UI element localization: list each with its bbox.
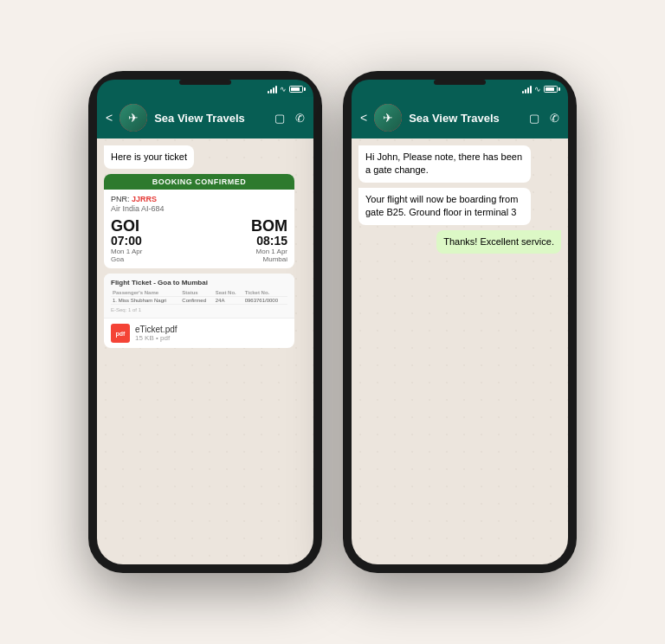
- phone-2: ∿ < Sea View Travels ▢ ✆ Hi John, Please…: [343, 71, 577, 573]
- status-icons: ∿: [268, 85, 303, 93]
- ticket-details: PNR: JJRRS Air India AI-684 GOI 07:00 Mo…: [104, 190, 294, 268]
- dest-col: BOM 08:15 Mon 1 Apr Mumbai: [251, 218, 287, 263]
- phone-notch: [179, 80, 231, 85]
- avatar-1: [119, 104, 147, 132]
- passenger-seat: 24A: [214, 297, 243, 305]
- video-icon-2[interactable]: ▢: [529, 112, 539, 125]
- screen-2: < Sea View Travels ▢ ✆ Hi John, Please n…: [352, 97, 568, 564]
- chat-header-2: < Sea View Travels ▢ ✆: [352, 97, 568, 138]
- contact-name-1: Sea View Travels: [154, 112, 268, 125]
- avatar-image-2: [374, 104, 402, 132]
- gate-message-2-text: Your flight will now be boarding from ga…: [365, 194, 518, 217]
- pdf-row[interactable]: pdf eTicket.pdf 15 KB • pdf: [104, 319, 294, 348]
- e-seq: E-Seq: 1 of 1: [111, 307, 287, 312]
- contact-name-2: Sea View Travels: [409, 112, 522, 125]
- avatar-image-1: [119, 104, 147, 132]
- ticket-intro-text: Here is your ticket: [111, 151, 187, 162]
- pdf-name: eTicket.pdf: [135, 325, 178, 334]
- airline-line: Air India AI-684: [111, 204, 287, 213]
- pdf-info: eTicket.pdf 15 KB • pdf: [135, 325, 178, 342]
- gate-message-2: Your flight will now be boarding from ga…: [358, 188, 531, 225]
- chat-body-1: Here is your ticket BOOKING CONFIRMED PN…: [97, 138, 313, 564]
- chat-body-2: Hi John, Please note, there has been a g…: [352, 138, 568, 564]
- battery-icon-2: [544, 86, 558, 93]
- back-button-1[interactable]: <: [106, 111, 113, 125]
- dest-date: Mon 1 Apr: [251, 248, 287, 255]
- pdf-size: 15 KB • pdf: [135, 334, 178, 342]
- wifi-icon-2: ∿: [534, 85, 541, 93]
- pnr-label: PNR:: [111, 195, 132, 203]
- passenger-status: Confirmed: [180, 297, 213, 305]
- table-row: 1. Miss Shubham Nagri Confirmed 24A 0963…: [111, 297, 287, 305]
- origin-city: Goa: [111, 255, 142, 263]
- passenger-ticket: 0963761/0000: [243, 297, 287, 305]
- ticket-card: BOOKING CONFIRMED PNR: JJRRS Air India A…: [104, 174, 294, 268]
- passenger-name: 1. Miss Shubham Nagri: [111, 297, 180, 305]
- dest-city: Mumbai: [251, 255, 287, 263]
- gate-message-1: Hi John, Please note, there has been a g…: [358, 145, 531, 183]
- thanks-message: Thanks! Excellent service.: [436, 230, 561, 254]
- col-ticket: Ticket No.: [243, 289, 287, 297]
- ticket-preview: Flight Ticket - Goa to Mumbai Passenger'…: [104, 274, 294, 319]
- avatar-2: [374, 104, 402, 132]
- phone-1: ∿ < Sea View Travels ▢ ✆ Here is your ti…: [88, 71, 322, 573]
- origin-date: Mon 1 Apr: [111, 248, 142, 255]
- gate-message-1-text: Hi John, Please note, there has been a g…: [365, 151, 522, 175]
- booking-confirmed-badge: BOOKING CONFIRMED: [104, 174, 294, 190]
- message-ticket-intro: Here is your ticket: [104, 145, 194, 169]
- battery-icon: [289, 86, 303, 93]
- signal-icon: [268, 86, 277, 93]
- origin-time: 07:00: [111, 234, 142, 248]
- header-actions-2: ▢ ✆: [529, 112, 559, 125]
- back-button-2[interactable]: <: [360, 111, 367, 125]
- video-icon-1[interactable]: ▢: [274, 112, 285, 125]
- pnr-code: JJRRS: [132, 195, 157, 203]
- call-icon-2[interactable]: ✆: [550, 112, 559, 125]
- thanks-text: Thanks! Excellent service.: [443, 236, 554, 247]
- flight-route: GOI 07:00 Mon 1 Apr Goa BOM 08:15 Mon 1 …: [111, 218, 287, 263]
- ticket-preview-table: Passenger's Name Status Seat No. Ticket …: [111, 289, 287, 305]
- dest-code: BOM: [251, 218, 287, 234]
- wifi-icon: ∿: [280, 85, 287, 93]
- chat-header-1: < Sea View Travels ▢ ✆: [97, 97, 313, 138]
- dest-time: 08:15: [251, 234, 287, 248]
- col-seat: Seat No.: [214, 289, 243, 297]
- status-icons-2: ∿: [522, 85, 558, 93]
- origin-code: GOI: [111, 218, 142, 234]
- ticket-preview-title: Flight Ticket - Goa to Mumbai: [111, 279, 287, 287]
- origin-col: GOI 07:00 Mon 1 Apr Goa: [111, 218, 142, 263]
- pdf-icon: pdf: [111, 324, 130, 343]
- col-passenger: Passenger's Name: [111, 289, 180, 297]
- phone-notch-2: [434, 80, 486, 85]
- pnr-line: PNR: JJRRS: [111, 195, 287, 203]
- call-icon-1[interactable]: ✆: [295, 112, 305, 125]
- attachment-card[interactable]: Flight Ticket - Goa to Mumbai Passenger'…: [104, 274, 294, 348]
- col-status: Status: [180, 289, 213, 297]
- screen-1: < Sea View Travels ▢ ✆ Here is your tick…: [97, 97, 313, 564]
- header-actions-1: ▢ ✆: [274, 112, 305, 125]
- signal-icon-2: [522, 86, 532, 93]
